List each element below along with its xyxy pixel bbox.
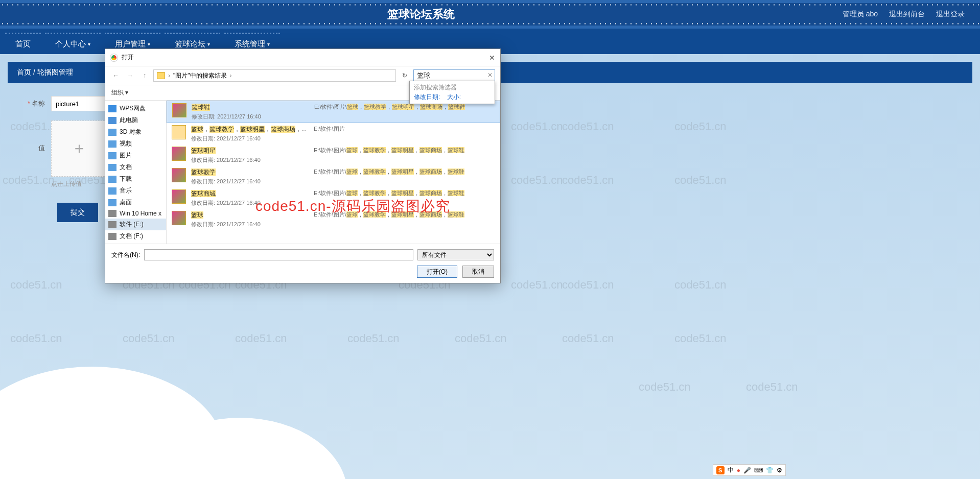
forward-icon[interactable]: →	[125, 70, 136, 81]
app-title: 篮球论坛系统	[0, 7, 843, 22]
tree-item[interactable]: 此电脑	[105, 114, 166, 126]
tree-item[interactable]: 文档 (F:)	[105, 230, 166, 242]
clear-search-icon[interactable]: ✕	[487, 71, 493, 79]
back-icon[interactable]: ←	[110, 70, 122, 81]
tree-item[interactable]: 桌面	[105, 197, 166, 208]
filter-date[interactable]: 修改日期:	[414, 93, 440, 101]
file-row[interactable]: 篮球教学修改日期: 2021/12/27 16:40E:\软件\图片\篮球，篮球…	[167, 166, 500, 187]
tree-item[interactable]: WPS网盘	[105, 103, 166, 114]
chevron-down-icon: ▾	[88, 41, 90, 47]
logout-link[interactable]: 退出登录	[936, 10, 965, 19]
name-input[interactable]	[51, 96, 107, 111]
chevron-down-icon: ▾	[207, 41, 210, 47]
file-open-dialog: 打开 ✕ ← → ↑ › "图片"中的搜索结果 › ↻ ✕ 添加搜索筛选器 修改…	[105, 49, 501, 283]
chevron-down-icon: ▾	[267, 41, 270, 47]
file-row[interactable]: 篮球明星修改日期: 2021/12/27 16:40E:\软件\图片\篮球，篮球…	[167, 145, 500, 166]
filter-dropdown: 添加搜索筛选器 修改日期: 大小:	[409, 81, 495, 104]
breadcrumb-current: 轮播图管理	[37, 68, 73, 76]
folder-tree: WPS网盘此电脑3D 对象视频图片文档下载音乐桌面Win 10 Home x软件…	[105, 101, 167, 244]
folder-icon	[157, 72, 165, 79]
tree-item[interactable]: 音乐	[105, 185, 166, 197]
file-row[interactable]: 篮球修改日期: 2021/12/27 16:40E:\软件\图片\篮球，篮球教学…	[167, 209, 500, 230]
tree-item[interactable]: 软件 (E:)	[105, 219, 166, 230]
nav-home[interactable]: 首页	[5, 33, 41, 54]
chrome-icon	[110, 54, 118, 61]
tree-item[interactable]: Win 10 Home x	[105, 208, 166, 219]
tree-item[interactable]: 下载	[105, 173, 166, 185]
user-label[interactable]: 管理员 abo	[843, 10, 878, 19]
value-label: 值	[38, 144, 45, 152]
up-icon[interactable]: ↑	[139, 70, 150, 81]
breadcrumb-home[interactable]: 首页	[17, 68, 31, 76]
exit-front-link[interactable]: 退出到前台	[889, 10, 925, 19]
tree-item[interactable]: 3D 对象	[105, 126, 166, 138]
organize-menu[interactable]: 组织 ▾	[111, 88, 128, 97]
filter-size[interactable]: 大小:	[447, 93, 461, 101]
dialog-title: 打开	[122, 53, 134, 62]
cancel-button[interactable]: 取消	[462, 266, 494, 278]
file-row[interactable]: 篮球商城修改日期: 2021/12/27 16:40E:\软件\图片\篮球，篮球…	[167, 187, 500, 209]
nav-personal[interactable]: 个人中心▾	[45, 33, 101, 54]
upload-box[interactable]: +	[51, 121, 107, 177]
close-icon[interactable]: ✕	[489, 54, 495, 62]
tree-item[interactable]: 文档	[105, 161, 166, 173]
tree-item[interactable]: 图片	[105, 150, 166, 161]
chevron-down-icon: ▾	[148, 41, 150, 47]
search-input[interactable]	[413, 69, 495, 82]
sogou-icon: S	[716, 466, 725, 474]
name-label: 名称	[32, 100, 45, 107]
ime-bar[interactable]: S 中 ● 🎤 ⌨ 👕 ⚙	[713, 464, 786, 476]
file-list: 篮球鞋修改日期: 2021/12/27 16:40E:\软件\图片\篮球，篮球教…	[167, 101, 500, 244]
upload-hint: 点击上传值	[51, 180, 107, 188]
tree-item[interactable]: 视频	[105, 138, 166, 150]
file-row[interactable]: 篮球，篮球教学，篮球明星，篮球商场，...修改日期: 2021/12/27 16…	[167, 123, 500, 145]
filename-input[interactable]	[144, 249, 413, 260]
submit-button[interactable]: 提交	[57, 203, 98, 222]
refresh-icon[interactable]: ↻	[399, 70, 410, 81]
plus-icon: +	[75, 139, 84, 158]
filename-label: 文件名(N):	[111, 251, 140, 259]
path-box[interactable]: › "图片"中的搜索结果 ›	[153, 69, 396, 82]
app-header: 篮球论坛系统 管理员 abo 退出到前台 退出登录	[0, 0, 980, 29]
filetype-select[interactable]: 所有文件	[417, 249, 494, 260]
open-button[interactable]: 打开(O)	[417, 266, 457, 278]
